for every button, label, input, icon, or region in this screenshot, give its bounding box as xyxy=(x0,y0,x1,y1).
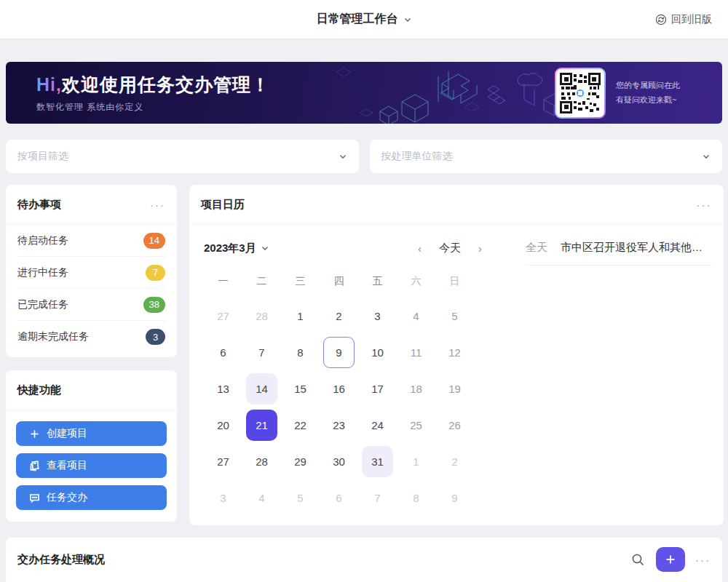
calendar-day-2[interactable]: 2 xyxy=(320,298,358,334)
quick-actions-card: 快捷功能 创建项目查看项目任务交办 xyxy=(6,370,177,522)
calendar-day-9[interactable]: 9 xyxy=(320,334,358,370)
calendar-day-21[interactable]: 21 xyxy=(242,407,281,443)
prev-month-button[interactable]: ‹ xyxy=(418,242,422,255)
today-button[interactable]: 今天 xyxy=(439,242,461,255)
month-selector[interactable]: 2023年3月 xyxy=(204,242,269,255)
day-number: 7 xyxy=(246,337,277,368)
calendar-day-3[interactable]: 3 xyxy=(358,298,397,334)
todo-item[interactable]: 已完成任务38 xyxy=(17,289,165,321)
overview-more-button[interactable]: ··· xyxy=(695,554,711,565)
todo-more-button[interactable]: ··· xyxy=(150,199,165,210)
calendar-day-1[interactable]: 1 xyxy=(397,443,435,479)
calendar-day-5[interactable]: 5 xyxy=(435,298,474,334)
day-number: 30 xyxy=(323,446,355,477)
calendar-day-4[interactable]: 4 xyxy=(397,298,435,334)
page-title: 日常管理工作台 xyxy=(317,12,398,27)
quick-button-2[interactable]: 查看项目 xyxy=(16,453,167,478)
todo-item[interactable]: 待启动任务14 xyxy=(17,225,165,257)
back-to-old-version-button[interactable]: 回到旧版 xyxy=(655,13,712,26)
calendar-day-27[interactable]: 27 xyxy=(204,298,242,334)
calendar-day-25[interactable]: 25 xyxy=(397,407,435,443)
calendar-day-8[interactable]: 8 xyxy=(281,334,320,370)
calendar-day-12[interactable]: 12 xyxy=(435,334,474,370)
day-number: 8 xyxy=(285,337,316,368)
weekday-header: 六 xyxy=(397,266,435,298)
calendar-day-22[interactable]: 22 xyxy=(281,407,320,443)
banner-subtitle: 数智化管理 系统由你定义 xyxy=(36,101,270,113)
day-number: 1 xyxy=(400,446,432,477)
isometric-wireframe-decoration xyxy=(293,62,598,124)
consultant-qr-code[interactable] xyxy=(555,68,606,119)
todo-item-label: 待启动任务 xyxy=(17,234,68,247)
calendar-day-23[interactable]: 23 xyxy=(320,407,358,443)
calendar-day-28[interactable]: 28 xyxy=(242,298,281,334)
calendar-day-11[interactable]: 11 xyxy=(397,334,435,370)
day-number: 19 xyxy=(439,373,470,404)
unit-filter-select[interactable]: 按处理单位筛选 xyxy=(370,140,723,173)
todo-item[interactable]: 进行中任务7 xyxy=(17,257,165,289)
welcome-banner: Hi,欢迎使用任务交办管理！ 数智化管理 系统由你定义 xyxy=(6,62,722,124)
day-number: 29 xyxy=(285,446,316,477)
calendar-day-16[interactable]: 16 xyxy=(320,370,358,407)
calendar-day-24[interactable]: 24 xyxy=(358,407,397,443)
calendar-day-13[interactable]: 13 xyxy=(204,370,242,407)
quick-actions-title: 快捷功能 xyxy=(17,383,61,397)
quick-button-3[interactable]: 任务交办 xyxy=(16,485,167,510)
calendar-card-title: 项目日历 xyxy=(201,198,245,212)
calendar-day-2[interactable]: 2 xyxy=(435,443,474,479)
calendar-day-10[interactable]: 10 xyxy=(358,334,397,370)
calendar-day-6[interactable]: 6 xyxy=(204,334,242,370)
calendar-more-button[interactable]: ··· xyxy=(697,199,712,210)
todo-item-label: 进行中任务 xyxy=(17,266,68,279)
calendar-day-17[interactable]: 17 xyxy=(358,370,397,407)
calendar-day-19[interactable]: 19 xyxy=(435,370,474,407)
weekday-header: 一 xyxy=(204,266,242,298)
calendar-day-26[interactable]: 26 xyxy=(435,407,474,443)
day-number: 9 xyxy=(439,482,470,514)
day-number: 2 xyxy=(323,300,355,332)
calendar-day-28[interactable]: 28 xyxy=(242,443,281,479)
day-number: 13 xyxy=(207,373,239,404)
calendar-day-20[interactable]: 20 xyxy=(204,407,242,443)
day-number: 8 xyxy=(400,482,432,514)
count-badge: 14 xyxy=(143,233,165,249)
calendar-day-8[interactable]: 8 xyxy=(397,479,435,516)
calendar-day-7[interactable]: 7 xyxy=(242,334,281,370)
workspace-switcher[interactable]: 日常管理工作台 xyxy=(317,12,412,27)
weekday-header: 日 xyxy=(435,266,474,298)
calendar-day-31[interactable]: 31 xyxy=(358,443,397,479)
project-filter-select[interactable]: 按项目筛选 xyxy=(6,140,359,173)
day-number: 12 xyxy=(439,337,470,368)
day-number: 5 xyxy=(439,300,470,332)
calendar-day-1[interactable]: 1 xyxy=(281,298,320,334)
quick-button-label: 查看项目 xyxy=(47,459,87,472)
search-button[interactable] xyxy=(630,551,646,567)
day-number: 28 xyxy=(246,446,277,477)
project-calendar-card: 项目日历 ··· 2023年3月 ‹ 今天 › xyxy=(189,185,724,525)
calendar-day-6[interactable]: 6 xyxy=(320,479,358,516)
day-number: 15 xyxy=(285,373,316,404)
calendar-event[interactable]: 全天 市中区召开退役军人和其他优抚... xyxy=(526,231,712,266)
calendar-day-3[interactable]: 3 xyxy=(204,479,242,516)
calendar-day-4[interactable]: 4 xyxy=(242,479,281,516)
add-task-button[interactable] xyxy=(656,547,685,572)
next-month-button[interactable]: › xyxy=(478,242,482,255)
todo-item-label: 已完成任务 xyxy=(17,298,68,311)
calendar-day-9[interactable]: 9 xyxy=(435,479,474,516)
day-number: 18 xyxy=(400,373,432,404)
day-number: 6 xyxy=(207,337,239,368)
calendar-day-7[interactable]: 7 xyxy=(358,479,397,516)
calendar-day-27[interactable]: 27 xyxy=(204,443,242,479)
quick-button-1[interactable]: 创建项目 xyxy=(16,421,167,446)
search-icon xyxy=(631,553,645,567)
calendar-day-5[interactable]: 5 xyxy=(281,479,320,516)
calendar-day-29[interactable]: 29 xyxy=(281,443,320,479)
calendar-day-18[interactable]: 18 xyxy=(397,370,435,407)
todo-list: 待启动任务14进行中任务7已完成任务38逾期未完成任务3 xyxy=(6,225,177,357)
calendar-day-14[interactable]: 14 xyxy=(242,370,281,407)
project-filter-placeholder: 按项目筛选 xyxy=(17,150,68,163)
day-number: 11 xyxy=(400,337,432,368)
todo-item[interactable]: 逾期未完成任务3 xyxy=(17,321,165,353)
calendar-day-30[interactable]: 30 xyxy=(320,443,358,479)
calendar-day-15[interactable]: 15 xyxy=(281,370,320,407)
